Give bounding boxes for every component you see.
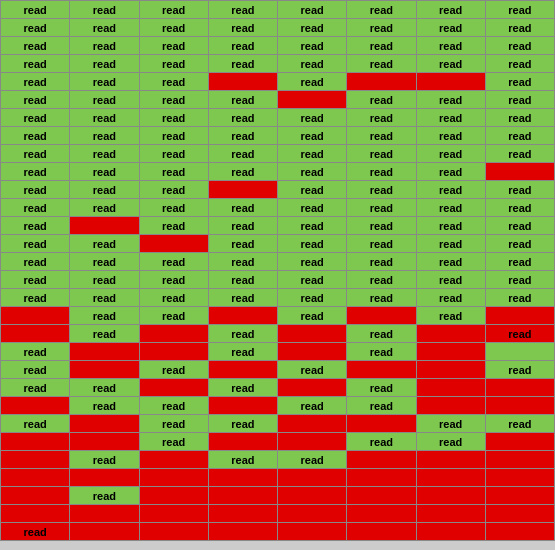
table-cell: read — [208, 109, 277, 127]
table-cell: read — [1, 19, 70, 37]
table-cell — [347, 415, 416, 433]
table-cell: read — [347, 145, 416, 163]
table-cell: read — [1, 163, 70, 181]
table-cell: read — [1, 145, 70, 163]
table-cell: read — [416, 307, 485, 325]
table-cell — [347, 451, 416, 469]
table-cell: read — [416, 217, 485, 235]
table-cell: read — [139, 217, 208, 235]
table-cell: read — [70, 55, 139, 73]
table-cell: read — [70, 37, 139, 55]
table-cell: read — [278, 109, 347, 127]
table-cell: read — [1, 361, 70, 379]
table-cell: read — [139, 415, 208, 433]
table-cell: read — [139, 271, 208, 289]
table-cell: read — [347, 37, 416, 55]
table-row: readreadreadreadreadreadreadread — [1, 37, 555, 55]
table-cell — [1, 325, 70, 343]
table-cell — [208, 361, 277, 379]
table-cell: read — [347, 199, 416, 217]
table-cell: read — [70, 253, 139, 271]
table-row: readreadreadread — [1, 361, 555, 379]
table-row: readreadreadread — [1, 307, 555, 325]
table-cell: read — [347, 109, 416, 127]
table-cell: read — [70, 19, 139, 37]
data-grid: readreadreadreadreadreadreadreadreadread… — [0, 0, 555, 541]
table-cell: read — [139, 253, 208, 271]
table-cell — [278, 91, 347, 109]
table-cell: read — [416, 91, 485, 109]
table-cell: read — [1, 253, 70, 271]
table-cell: read — [1, 271, 70, 289]
table-cell: read — [416, 109, 485, 127]
table-cell: read — [139, 361, 208, 379]
table-cell — [416, 451, 485, 469]
table-cell — [485, 379, 554, 397]
table-cell: read — [416, 55, 485, 73]
table-cell: read — [70, 271, 139, 289]
table-cell: read — [139, 19, 208, 37]
table-cell — [485, 397, 554, 415]
table-cell: read — [416, 181, 485, 199]
table-cell: read — [347, 91, 416, 109]
table-cell: read — [278, 19, 347, 37]
table-cell: read — [347, 217, 416, 235]
table-cell: read — [278, 73, 347, 91]
table-cell — [485, 451, 554, 469]
table-cell: read — [278, 289, 347, 307]
table-cell: read — [1, 73, 70, 91]
table-cell: read — [1, 181, 70, 199]
table-cell: read — [139, 145, 208, 163]
table-cell: read — [139, 289, 208, 307]
table-cell — [139, 523, 208, 541]
table-cell — [139, 505, 208, 523]
table-cell: read — [278, 127, 347, 145]
table-cell — [139, 487, 208, 505]
table-row: readreadreadreadreadreadread — [1, 235, 555, 253]
table-row: readreadreadreadreadreadreadread — [1, 109, 555, 127]
table-cell — [416, 73, 485, 91]
table-cell: read — [416, 19, 485, 37]
table-cell: read — [208, 253, 277, 271]
table-row: read — [1, 487, 555, 505]
table-cell: read — [485, 235, 554, 253]
table-row: read — [1, 523, 555, 541]
table-cell: read — [70, 487, 139, 505]
table-cell: read — [139, 181, 208, 199]
table-cell — [278, 325, 347, 343]
table-row: readreadreadread — [1, 397, 555, 415]
table-cell — [208, 73, 277, 91]
table-cell — [278, 469, 347, 487]
table-cell: read — [347, 181, 416, 199]
table-cell: read — [278, 145, 347, 163]
table-cell — [208, 505, 277, 523]
table-cell: read — [139, 433, 208, 451]
table-cell: read — [347, 433, 416, 451]
table-cell — [416, 505, 485, 523]
table-cell — [1, 469, 70, 487]
table-cell — [70, 523, 139, 541]
table-cell — [347, 307, 416, 325]
table-cell: read — [278, 217, 347, 235]
table-cell: read — [347, 253, 416, 271]
table-cell: read — [70, 199, 139, 217]
table-row: readreadreadreadreadreadreadread — [1, 127, 555, 145]
table-cell — [485, 469, 554, 487]
table-cell: read — [347, 19, 416, 37]
table-cell: read — [139, 73, 208, 91]
table-cell: read — [485, 271, 554, 289]
table-cell: read — [1, 1, 70, 19]
table-cell: read — [208, 451, 277, 469]
table-cell: read — [139, 1, 208, 19]
table-cell: read — [278, 1, 347, 19]
table-cell: read — [139, 163, 208, 181]
table-row: readreadreadreadreadreadreadread — [1, 145, 555, 163]
table-cell: read — [139, 127, 208, 145]
table-cell: read — [70, 181, 139, 199]
table-cell: read — [278, 181, 347, 199]
table-cell — [139, 235, 208, 253]
table-cell — [485, 523, 554, 541]
table-cell: read — [70, 73, 139, 91]
table-cell — [278, 379, 347, 397]
table-cell — [416, 343, 485, 361]
